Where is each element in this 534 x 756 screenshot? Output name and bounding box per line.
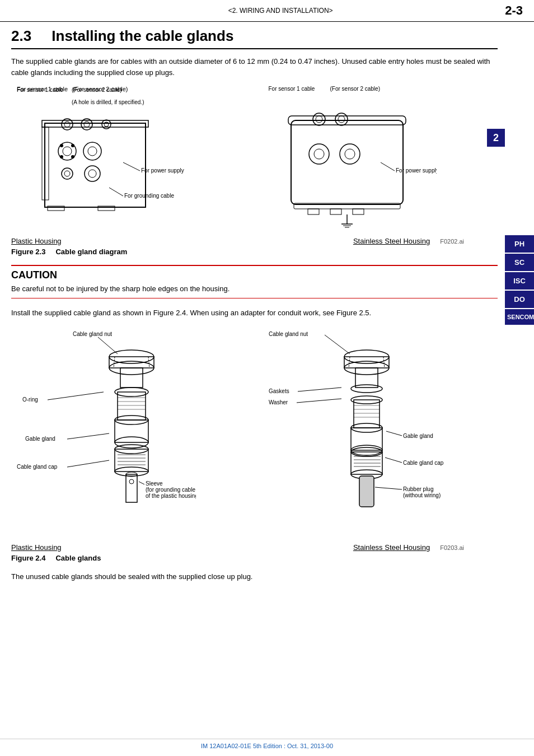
svg-text:of the plastic housing): of the plastic housing) bbox=[146, 493, 196, 499]
figure1-plastic: For sensor 1 cable (For sensor 2 cable) … bbox=[11, 86, 246, 230]
sensor2-label-b: (For sensor 2 cable) bbox=[330, 86, 380, 92]
sensor1-label-a: For sensor 1 cable bbox=[17, 87, 63, 93]
svg-text:For power supply: For power supply bbox=[396, 167, 437, 174]
figure2-ss: Cable gland nut Gaskets Washer bbox=[263, 326, 498, 539]
svg-line-52 bbox=[114, 357, 115, 368]
svg-point-34 bbox=[314, 149, 324, 159]
svg-text:For power supply: For power supply bbox=[141, 167, 184, 174]
svg-line-25 bbox=[109, 188, 123, 196]
svg-line-56 bbox=[48, 392, 104, 400]
figure2-file-id: F0203.ai bbox=[440, 544, 464, 551]
tab-do[interactable]: DO bbox=[505, 291, 534, 308]
svg-point-22 bbox=[88, 170, 96, 178]
cable-gland-ss-svg: Cable gland nut Gaskets Washer bbox=[263, 326, 448, 539]
footer-text: IM 12A01A02-01E 5th Edition : Oct. 31, 2… bbox=[201, 743, 333, 749]
svg-line-85 bbox=[325, 335, 350, 354]
svg-text:For grounding cable: For grounding cable bbox=[124, 193, 174, 199]
svg-rect-39 bbox=[330, 209, 341, 214]
intro-text: The supplied cable glands are for cables… bbox=[11, 56, 498, 78]
caution-title: CAUTION bbox=[11, 269, 498, 281]
svg-rect-54 bbox=[120, 368, 143, 388]
svg-line-23 bbox=[123, 162, 140, 171]
sensor1-label-b: For sensor 1 cable bbox=[269, 86, 315, 92]
svg-line-120 bbox=[375, 487, 402, 489]
svg-text:Gable gland: Gable gland bbox=[25, 436, 55, 442]
svg-text:Sleeve: Sleeve bbox=[146, 480, 163, 487]
svg-line-93 bbox=[298, 388, 341, 391]
svg-point-21 bbox=[85, 166, 100, 181]
svg-line-64 bbox=[67, 433, 109, 439]
figure1-container: For sensor 1 cable (For sensor 2 cable) … bbox=[11, 86, 498, 232]
svg-text:(for grounding cable line: (for grounding cable line bbox=[146, 487, 196, 493]
svg-point-33 bbox=[309, 144, 329, 164]
svg-point-94 bbox=[351, 385, 382, 393]
figure1-number: Figure 2.3 bbox=[11, 248, 45, 256]
svg-point-19 bbox=[62, 168, 73, 179]
tab-isc[interactable]: ISC bbox=[505, 272, 534, 290]
svg-line-104 bbox=[386, 431, 402, 436]
svg-point-8 bbox=[84, 122, 90, 127]
svg-point-14 bbox=[71, 144, 74, 147]
svg-text:Cable gland cap: Cable gland cap bbox=[17, 464, 58, 470]
svg-text:Cable gland cap: Cable gland cap bbox=[403, 460, 444, 466]
svg-line-53 bbox=[148, 357, 149, 368]
svg-text:Cable gland nut: Cable gland nut bbox=[269, 331, 308, 337]
page-header: <2. WIRING AND INSTALLATION> 2-3 bbox=[0, 0, 534, 22]
svg-rect-40 bbox=[353, 209, 364, 214]
svg-rect-27 bbox=[291, 120, 403, 204]
figure1-ss-label: Stainless Steel Housing bbox=[353, 237, 430, 245]
svg-point-6 bbox=[64, 122, 70, 127]
svg-line-45 bbox=[381, 162, 395, 171]
page-number: 2-3 bbox=[505, 3, 523, 18]
figure1-ss: For sensor 1 cable (For sensor 2 cable) bbox=[263, 86, 498, 232]
svg-point-30 bbox=[316, 116, 322, 123]
svg-point-20 bbox=[64, 171, 70, 176]
figure1-caption-text: Cable gland diagram bbox=[55, 248, 127, 256]
sensor2-label-a: (For sensor 2 cable) bbox=[72, 87, 121, 93]
svg-point-18 bbox=[88, 147, 97, 156]
svg-point-32 bbox=[338, 116, 345, 123]
main-content: 2.3 Installing the cable glands The supp… bbox=[0, 22, 534, 601]
svg-rect-50 bbox=[109, 357, 154, 368]
svg-point-79 bbox=[129, 479, 134, 484]
svg-point-12 bbox=[63, 147, 72, 156]
ss-housing-svg: For power supply bbox=[263, 104, 437, 232]
svg-text:(without wiring): (without wiring) bbox=[403, 492, 441, 498]
svg-point-36 bbox=[345, 149, 355, 159]
header-section-label: <2. WIRING AND INSTALLATION> bbox=[228, 7, 333, 15]
svg-line-89 bbox=[349, 357, 350, 368]
tab-sc[interactable]: SC bbox=[505, 254, 534, 271]
figure2-plastic-label: Plastic Housing bbox=[11, 543, 62, 552]
svg-text:Cable gland nut: Cable gland nut bbox=[73, 331, 112, 337]
svg-line-96 bbox=[297, 399, 341, 403]
svg-point-15 bbox=[60, 155, 63, 158]
figure1-caption: Figure 2.3 Cable gland diagram bbox=[11, 248, 498, 256]
svg-point-13 bbox=[60, 144, 63, 147]
svg-rect-38 bbox=[308, 209, 319, 214]
section-number: 2.3 bbox=[11, 27, 31, 44]
right-sidebar: PH SC ISC DO SENCOM bbox=[505, 235, 534, 325]
tab-ph[interactable]: PH bbox=[505, 235, 534, 253]
svg-text:O-ring: O-ring bbox=[22, 396, 38, 403]
svg-text:Gable gland: Gable gland bbox=[403, 433, 433, 439]
svg-point-29 bbox=[313, 113, 325, 125]
svg-line-48 bbox=[98, 337, 118, 354]
section-heading: Installing the cable glands bbox=[51, 27, 233, 44]
figure2-plastic: Cable gland nut O-ring bbox=[11, 326, 246, 539]
figure2-caption: Figure 2.4 Cable glands bbox=[11, 554, 498, 562]
svg-point-35 bbox=[340, 144, 360, 164]
svg-point-17 bbox=[83, 142, 101, 160]
svg-text:Gaskets: Gaskets bbox=[269, 388, 289, 394]
page-footer: IM 12A01A02-01E 5th Edition : Oct. 31, 2… bbox=[0, 739, 534, 749]
svg-line-83 bbox=[139, 482, 144, 484]
figure2-number: Figure 2.4 bbox=[11, 554, 45, 562]
figure2-caption-text: Cable glands bbox=[55, 554, 101, 562]
svg-line-69 bbox=[67, 460, 109, 467]
figure2-container: Cable gland nut O-ring bbox=[11, 326, 498, 539]
figure1-file-id: F0202.ai bbox=[440, 238, 464, 245]
tab-sencom[interactable]: SENCOM bbox=[505, 309, 534, 325]
svg-rect-117 bbox=[359, 476, 374, 507]
svg-rect-77 bbox=[126, 474, 137, 502]
svg-point-31 bbox=[335, 113, 348, 125]
plastic-housing-svg: For power supply For grounding cable bbox=[11, 106, 185, 230]
